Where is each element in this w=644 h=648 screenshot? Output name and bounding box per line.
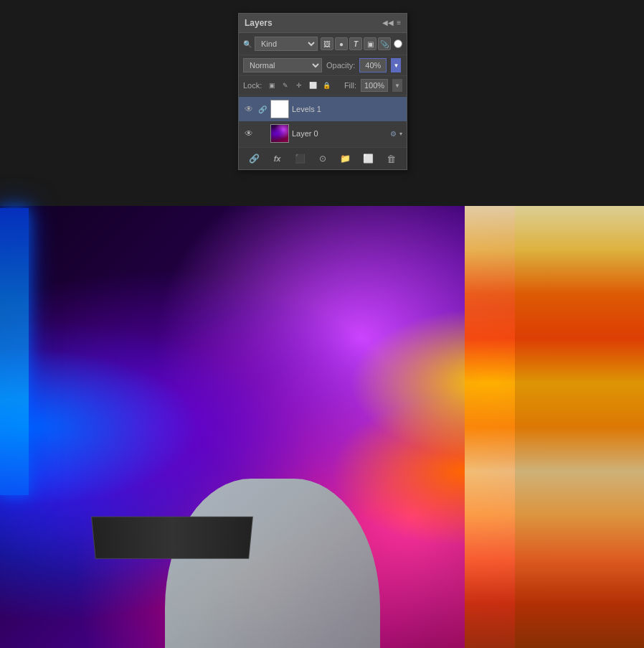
filter-mode-indicator [394,39,402,48]
laptop-element [91,517,253,559]
filter-smart-btn[interactable]: 📎 [378,37,391,50]
lock-transparent-btn[interactable]: ▣ [266,80,278,91]
artwork-canvas [0,206,515,648]
opacity-label: Opacity: [326,61,355,70]
layer-item-layer0[interactable]: 👁 Layer 0 ⚙ ▾ [239,121,407,146]
search-icon: 🔍 [243,40,252,48]
filter-kind-dropdown[interactable]: Kind [255,37,318,51]
filter-row: 🔍 Kind 🖼 ● T ▣ 📎 [239,33,407,55]
panel-collapse-btn[interactable]: ◀◀ [382,19,394,27]
layer-mask-thumb-levels1 [270,100,289,118]
layer-link-layer0 [257,128,267,138]
panel-footer: 🔗 fx ⬛ ⊙ 📁 ⬜ 🗑 [239,147,407,169]
panel-controls: ◀◀ ≡ [382,19,401,27]
filter-pixel-btn[interactable]: 🖼 [321,37,333,50]
lock-image-btn[interactable]: ✎ [280,80,291,91]
add-mask-btn[interactable]: ⬛ [293,151,307,166]
fill-dropdown-btn[interactable]: ▼ [392,79,402,92]
fill-label: Fill: [344,81,356,90]
lock-position-btn[interactable]: ✛ [293,80,305,91]
delete-layer-btn[interactable]: 🗑 [384,151,398,166]
layers-panel: Layers ◀◀ ≡ 🔍 Kind 🖼 ● T ▣ 📎 Normal Opac… [238,13,407,170]
fx-btn[interactable]: fx [270,151,285,166]
layer-fx-arrow[interactable]: ▾ [399,131,402,137]
lock-label: Lock: [243,81,262,90]
panel-title: Layers [245,18,273,28]
lock-icons-group: ▣ ✎ ✛ ⬜ 🔒 [266,80,332,91]
layer-thumb-art [271,125,288,142]
layer-name-levels1: Levels 1 [292,105,402,113]
panel-menu-btn[interactable]: ≡ [397,19,401,27]
lock-all-btn[interactable]: 🔒 [321,80,332,91]
blend-mode-dropdown[interactable]: Normal [243,58,322,72]
layers-list: 👁 🔗 Levels 1 👁 Layer 0 ⚙ ▾ [239,95,407,147]
new-group-btn[interactable]: 📁 [338,151,353,166]
layer-visibility-layer0[interactable]: 👁 [243,128,255,139]
layer-visibility-levels1[interactable]: 👁 [243,103,255,115]
link-layers-btn[interactable]: 🔗 [247,151,262,166]
layer-thumb-layer0 [270,124,289,143]
blend-opacity-row: Normal Opacity: ▼ [239,55,407,76]
filter-shape-btn[interactable]: ▣ [364,37,377,50]
opacity-input[interactable] [359,58,387,72]
lock-fill-row: Lock: ▣ ✎ ✛ ⬜ 🔒 Fill: ▼ [239,76,407,95]
new-layer-btn[interactable]: ⬜ [361,151,375,166]
hoodie-element [165,479,380,648]
filter-icons-group: 🖼 ● T ▣ 📎 [321,37,391,50]
panel-header: Layers ◀◀ ≡ [239,14,407,33]
filter-adjustment-btn[interactable]: ● [335,37,348,50]
neon-right-curtain [465,206,644,648]
new-fill-btn[interactable]: ⊙ [316,151,330,166]
layer-link-levels1: 🔗 [257,104,267,114]
lock-artboard-btn[interactable]: ⬜ [307,80,318,91]
neon-left-sign [0,208,29,495]
layer-name-layer0: Layer 0 [292,129,387,138]
fill-input[interactable] [361,79,388,92]
layer-item-levels1[interactable]: 👁 🔗 Levels 1 [239,97,407,121]
filter-type-btn[interactable]: T [349,37,362,50]
layer-fx-icon: ⚙ [390,130,397,138]
opacity-dropdown-btn[interactable]: ▼ [391,58,401,72]
